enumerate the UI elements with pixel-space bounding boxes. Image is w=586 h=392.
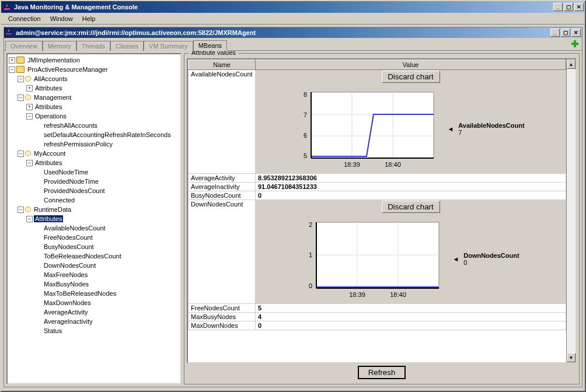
scroll-up-icon[interactable]: ▲ <box>567 60 575 69</box>
svg-rect-1 <box>6 33 12 34</box>
table-row: FreeNodesCount5 <box>189 304 566 313</box>
panel-legend: Attribute values <box>189 51 238 56</box>
collapse-icon[interactable]: − <box>18 76 24 82</box>
collapse-icon[interactable]: − <box>26 113 33 120</box>
app-window: Java Monitoring & Management Console _ ▢… <box>0 0 586 392</box>
tree-attributes-2[interactable]: Attributes <box>34 103 63 110</box>
tree-usednodetime[interactable]: UsedNodeTime <box>43 169 89 176</box>
attribute-values-panel: Attribute values Name Value <box>184 53 580 384</box>
collapse-icon[interactable]: − <box>18 206 24 213</box>
tree-op-refresh-accounts[interactable]: refreshAllAccounts <box>43 122 99 129</box>
chart-label: AvailableNodesCount 7 <box>458 122 524 136</box>
down-nodes-chart[interactable]: 2 1 0 <box>302 215 448 303</box>
tree-providednodescount[interactable]: ProvidedNodesCount <box>43 187 106 194</box>
available-nodes-chart[interactable]: 8 7 6 5 <box>297 85 442 173</box>
table-row: MaxDownNodes0 <box>189 321 566 330</box>
tree-operations[interactable]: Operations <box>34 113 68 120</box>
svg-text:1: 1 <box>309 251 312 258</box>
expand-icon[interactable]: + <box>26 85 33 92</box>
table-row: MaxBusyNodes4 <box>189 313 566 321</box>
cell-chart: Discard chart 2 1 0 <box>256 200 566 304</box>
tree-providednodetime[interactable]: ProvidedNodeTime <box>43 178 100 185</box>
menu-help[interactable]: Help <box>78 14 100 23</box>
bean-icon <box>25 150 31 156</box>
collapse-icon[interactable]: − <box>9 66 15 73</box>
collapse-icon[interactable]: − <box>18 150 24 157</box>
bean-icon <box>25 76 31 82</box>
tree-jmimpl[interactable]: JMImplementation <box>26 57 81 64</box>
tree-op-set-default[interactable]: setDefaultAccountingRefreshRateInSeconds <box>43 131 172 138</box>
tab-threads[interactable]: Threads <box>76 41 110 51</box>
mbean-tree[interactable]: +JMImplementation −ProActiveResourceMana… <box>6 53 182 384</box>
tree-allaccounts[interactable]: AllAccounts <box>33 75 68 82</box>
titlebar[interactable]: Java Monitoring & Management Console _ ▢… <box>1 1 585 13</box>
expand-icon[interactable]: + <box>9 57 15 64</box>
connect-icon[interactable] <box>570 39 580 48</box>
collapse-icon[interactable]: − <box>18 94 24 101</box>
tree-maxfree[interactable]: MaxFreeNodes <box>43 271 89 278</box>
sub-minimize-button[interactable]: _ <box>550 29 560 37</box>
vertical-scrollbar[interactable]: ▲ ▼ <box>566 60 575 362</box>
tab-overview[interactable]: Overview <box>5 41 43 51</box>
java-icon <box>5 29 13 37</box>
minimize-button[interactable]: _ <box>553 3 563 11</box>
cell-name[interactable]: AvailableNodesCount <box>189 70 256 174</box>
tree-proactive[interactable]: ProActiveResourceManager <box>26 66 109 73</box>
tree-maxdown[interactable]: MaxDownNodes <box>43 299 92 306</box>
table-row: BusyNodesCount0 <box>189 191 566 200</box>
maximize-button[interactable]: ▢ <box>564 3 573 11</box>
bean-icon <box>25 206 31 212</box>
scroll-down-icon[interactable]: ▼ <box>567 353 575 362</box>
refresh-button[interactable]: Refresh <box>358 366 406 379</box>
tree-myaccount[interactable]: MyAccount <box>33 150 67 157</box>
sub-close-button[interactable]: ✕ <box>571 29 581 37</box>
tree-avginactivity[interactable]: AverageInactivity <box>43 318 94 325</box>
close-button[interactable]: ✕ <box>574 3 584 11</box>
tab-mbeans[interactable]: MBeans <box>193 40 227 51</box>
tab-classes[interactable]: Classes <box>110 41 144 51</box>
svg-text:2: 2 <box>309 221 312 228</box>
discard-chart-button[interactable]: Discard chart <box>382 201 440 213</box>
tree-attributes-3[interactable]: Attributes <box>34 159 63 166</box>
collapse-icon[interactable]: − <box>26 160 33 166</box>
attributes-table: Name Value AvailableNodesCount <box>188 60 566 330</box>
tree-down-nodes[interactable]: DownNodesCount <box>43 262 97 269</box>
java-icon <box>2 2 12 12</box>
sub-title: admin@service:jmx:rmi:///jndi/rmi://opti… <box>16 29 256 36</box>
table-row: AverageInactivity91.04671084351233 <box>189 183 566 191</box>
tree-tobereleased[interactable]: ToBeReleasedNodesCount <box>43 253 123 260</box>
tree-maxtobereleased[interactable]: MaxToBeReleasedNodes <box>43 290 117 297</box>
sub-titlebar[interactable]: admin@service:jmx:rmi:///jndi/rmi://opti… <box>4 27 582 38</box>
menu-connection[interactable]: Connection <box>4 14 46 23</box>
tree-attributes-1[interactable]: Attributes <box>34 85 63 92</box>
window-title: Java Monitoring & Management Console <box>14 4 138 10</box>
svg-text:0: 0 <box>309 282 312 289</box>
menubar: Connection Window Help <box>1 13 585 24</box>
tree-attributes-selected[interactable]: Attributes <box>34 215 63 222</box>
tree-status[interactable]: Status <box>43 327 63 334</box>
svg-text:18:39: 18:39 <box>344 161 361 168</box>
sub-maximize-button[interactable]: ▢ <box>561 29 570 37</box>
discard-chart-button[interactable]: Discard chart <box>382 71 440 83</box>
svg-text:7: 7 <box>304 111 307 118</box>
tree-avgactivity[interactable]: AverageActivity <box>43 309 89 316</box>
svg-rect-8 <box>311 92 434 158</box>
col-value[interactable]: Value <box>256 60 566 70</box>
tree-busy-nodes[interactable]: BusyNodesCount <box>43 243 95 250</box>
tab-memory[interactable]: Memory <box>43 41 76 51</box>
tree-runtimedata[interactable]: RuntimeData <box>33 206 72 213</box>
expand-icon[interactable]: + <box>26 104 33 110</box>
col-name[interactable]: Name <box>189 60 256 70</box>
chart-pointer-icon: ◄ <box>447 125 454 132</box>
tree-op-refresh-perm[interactable]: refreshPermissionPolicy <box>43 141 114 148</box>
svg-rect-3 <box>571 43 578 45</box>
tab-vmsummary[interactable]: VM Summary <box>144 41 193 51</box>
tree-connected[interactable]: Connected <box>43 197 76 204</box>
menu-window[interactable]: Window <box>46 14 78 23</box>
collapse-icon[interactable]: − <box>26 216 33 222</box>
chart-pointer-icon: ◄ <box>452 256 459 262</box>
tree-free-nodes[interactable]: FreeNodesCount <box>43 234 94 241</box>
tree-maxbusy[interactable]: MaxBusyNodes <box>43 281 90 288</box>
tree-avail-nodes[interactable]: AvailableNodesCount <box>43 225 107 232</box>
tree-management[interactable]: Management <box>33 94 72 101</box>
